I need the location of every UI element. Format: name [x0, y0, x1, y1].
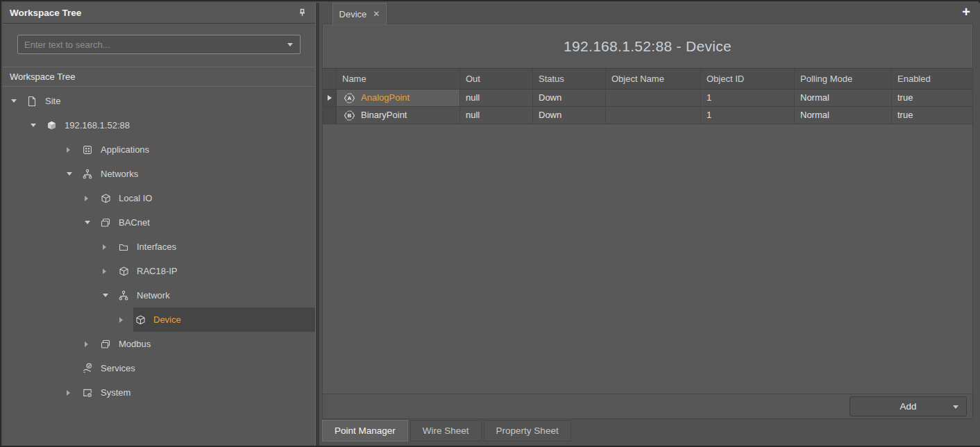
cell-status: Down: [533, 90, 606, 106]
cell-out: null: [460, 107, 533, 124]
svg-text:A: A: [348, 95, 352, 101]
tab-property-sheet[interactable]: Property Sheet: [484, 420, 571, 441]
tab-wire-sheet[interactable]: Wire Sheet: [410, 420, 482, 441]
selected-tree-item[interactable]: Device: [133, 307, 315, 332]
new-tab-button[interactable]: +: [959, 4, 973, 20]
tree-item-bacnet[interactable]: BACnet: [3, 210, 315, 235]
main-panel: Device ✕ + 192.168.1.52:88 - Device Name…: [319, 3, 980, 446]
tree-item-system[interactable]: System: [3, 380, 315, 405]
document-icon: [26, 95, 43, 108]
cell-enabled: true: [892, 90, 972, 106]
expander-icon[interactable]: [85, 196, 99, 201]
column-header-status[interactable]: Status: [533, 69, 606, 89]
expander-icon[interactable]: [103, 269, 117, 274]
expander-icon[interactable]: [67, 172, 81, 176]
search-area: [3, 24, 315, 67]
search-input[interactable]: [18, 35, 280, 53]
point-name: BinaryPoint: [361, 107, 407, 124]
column-header-enabled[interactable]: Enabled: [892, 69, 972, 89]
panel-title: Workspace Tree: [10, 8, 296, 18]
cell-object-id: 1: [701, 107, 795, 124]
workspace-tree: Site 192.168.1.52:88 Appli: [3, 87, 315, 405]
tab-device[interactable]: Device ✕: [332, 3, 387, 24]
expander-icon[interactable]: [31, 124, 44, 127]
tab-label: Device: [339, 9, 367, 19]
expander-icon[interactable]: [85, 341, 99, 347]
column-header-object-id[interactable]: Object ID: [701, 69, 795, 89]
cell-object-name: [606, 107, 701, 124]
tree-item-modbus[interactable]: Modbus: [3, 332, 315, 356]
services-icon: [82, 362, 99, 375]
tab-point-manager[interactable]: Point Manager: [322, 420, 408, 441]
layers-icon: [100, 338, 117, 351]
tree-item-rac18-ip[interactable]: RAC18-IP: [3, 259, 315, 283]
cell-status: Down: [533, 107, 606, 124]
tree-item-services[interactable]: Services: [3, 356, 315, 380]
expander-icon[interactable]: [85, 221, 99, 224]
column-header-out[interactable]: Out: [460, 69, 533, 89]
table-row-binarypoint[interactable]: B BinaryPoint null Down 1 Normal true: [323, 107, 972, 124]
tree-section-header: Workspace Tree: [3, 67, 315, 87]
system-icon: [82, 387, 99, 399]
binary-point-icon: B: [343, 110, 356, 121]
expander-icon[interactable]: [119, 317, 133, 323]
grid-header-row: Name Out Status Object Name Object ID Po…: [323, 68, 972, 90]
chevron-down-icon[interactable]: [280, 35, 300, 53]
search-combobox[interactable]: [17, 35, 301, 54]
controller-icon: [46, 119, 62, 132]
point-name: AnalogPoint: [361, 90, 409, 106]
network-icon: [118, 289, 135, 302]
expander-icon[interactable]: [11, 99, 25, 103]
pin-icon[interactable]: [296, 7, 308, 19]
svg-text:B: B: [348, 112, 352, 119]
cube-icon: [118, 265, 135, 278]
grid-empty-area: [323, 124, 972, 394]
tree-item-interfaces[interactable]: Interfaces: [3, 235, 315, 259]
tree-item-network[interactable]: Network: [3, 283, 315, 307]
workspace-tree-panel: Workspace Tree Workspace Tree Site: [3, 3, 316, 446]
row-indicator-icon: [323, 90, 337, 106]
cube-icon: [100, 192, 117, 205]
chevron-down-icon[interactable]: [953, 405, 958, 409]
cell-enabled: true: [892, 107, 972, 124]
expander-icon[interactable]: [67, 147, 81, 153]
cell-polling-mode: Normal: [795, 90, 892, 106]
close-icon[interactable]: ✕: [373, 10, 380, 18]
expander-icon[interactable]: [67, 390, 81, 396]
tree-item-site[interactable]: Site: [3, 89, 315, 113]
app-window: Workspace Tree Workspace Tree Site: [0, 0, 980, 447]
grid-header-gutter: [323, 69, 337, 89]
cell-object-id: 1: [701, 90, 795, 106]
cube-icon: [135, 314, 151, 326]
document-tabstrip: Device ✕ +: [319, 3, 980, 24]
tree-section-label: Workspace Tree: [10, 71, 75, 82]
cell-object-name: [606, 90, 701, 106]
add-button[interactable]: Add: [850, 396, 967, 416]
column-header-object-name[interactable]: Object Name: [606, 69, 701, 89]
table-row-analogpoint[interactable]: A AnalogPoint null Down 1 Normal true: [323, 90, 972, 107]
view-tabstrip: Point Manager Wire Sheet Property Sheet: [322, 420, 571, 441]
device-title: 192.168.1.52:88 - Device: [323, 24, 972, 68]
analog-point-icon: A: [343, 92, 356, 104]
folder-icon: [118, 241, 135, 253]
expander-icon[interactable]: [103, 244, 117, 250]
workspace-tree-header: Workspace Tree: [3, 3, 315, 24]
point-manager-view: 192.168.1.52:88 - Device Name Out Status…: [322, 24, 973, 419]
column-header-name[interactable]: Name: [337, 69, 460, 89]
column-header-polling-mode[interactable]: Polling Mode: [795, 69, 892, 89]
tree-item-controller[interactable]: 192.168.1.52:88: [3, 113, 315, 137]
applications-icon: [82, 144, 99, 156]
tree-item-applications[interactable]: Applications: [3, 137, 315, 162]
tree-item-networks[interactable]: Networks: [3, 162, 315, 186]
cell-out: null: [460, 90, 533, 106]
layers-icon: [100, 217, 117, 229]
row-gutter: [323, 107, 337, 124]
cell-polling-mode: Normal: [795, 107, 892, 124]
network-icon: [82, 168, 99, 180]
tree-item-device[interactable]: Device: [3, 307, 315, 332]
tree-item-local-io[interactable]: Local IO: [3, 186, 315, 210]
expander-icon[interactable]: [103, 294, 117, 297]
bottom-toolbar: Add: [323, 394, 972, 419]
